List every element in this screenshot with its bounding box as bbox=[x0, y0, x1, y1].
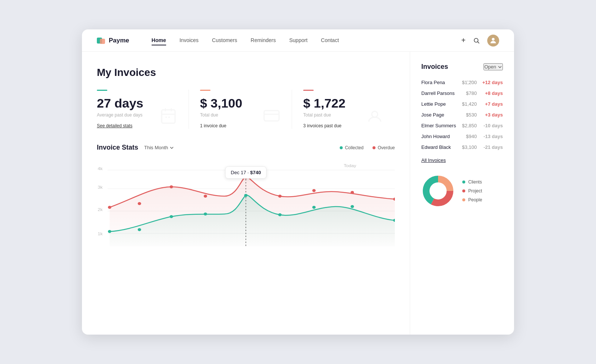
nav-support[interactable]: Support bbox=[289, 36, 307, 45]
stat-card-due: $ 3,100 Total due 1 invoice due bbox=[200, 90, 292, 129]
svg-point-38 bbox=[278, 213, 282, 216]
legend-overdue: Overdue bbox=[372, 145, 395, 150]
svg-text:2k: 2k bbox=[98, 207, 102, 212]
invoice-amount: $1,420 bbox=[458, 101, 477, 107]
chart-area: Dec 17 · $740 4k 3k 2k 1k Today bbox=[97, 159, 395, 248]
stat-icon-days bbox=[159, 107, 177, 129]
invoice-amount: $2,850 bbox=[458, 123, 477, 128]
invoice-amount: $780 bbox=[458, 90, 477, 96]
table-row: John Howard $940 -13 days bbox=[421, 134, 503, 139]
nav-reminders[interactable]: Reminders bbox=[251, 36, 276, 45]
all-invoices-link[interactable]: All Invoices bbox=[421, 157, 503, 163]
tooltip-date: Dec 17 bbox=[231, 170, 246, 175]
project-label: Project bbox=[468, 188, 482, 194]
page-title: My Invoices bbox=[97, 67, 395, 79]
svg-point-25 bbox=[138, 202, 141, 205]
logo-text: Payme bbox=[109, 37, 129, 44]
svg-point-39 bbox=[312, 206, 316, 209]
table-row: Elmer Summers $2,850 -10 days bbox=[421, 123, 503, 128]
invoice-amount: $530 bbox=[458, 112, 477, 118]
donut-chart bbox=[421, 174, 455, 208]
invoice-days: +12 days bbox=[477, 80, 503, 85]
people-label: People bbox=[468, 197, 482, 202]
svg-text:4k: 4k bbox=[98, 166, 102, 171]
logo: Payme bbox=[97, 37, 129, 44]
svg-point-46 bbox=[430, 183, 446, 199]
invoice-days: +7 days bbox=[477, 101, 503, 107]
svg-text:1k: 1k bbox=[98, 232, 102, 236]
tooltip-value: $740 bbox=[250, 170, 261, 175]
people-dot bbox=[462, 198, 465, 201]
svg-rect-11 bbox=[264, 111, 279, 121]
nav-contact[interactable]: Contact bbox=[321, 36, 339, 45]
project-dot bbox=[462, 189, 465, 192]
nav-customers[interactable]: Customers bbox=[212, 36, 237, 45]
invoice-days: -21 days bbox=[477, 144, 503, 150]
invoice-days: +8 days bbox=[477, 90, 503, 96]
stat-icon-due bbox=[263, 107, 280, 129]
svg-point-34 bbox=[138, 228, 141, 231]
panel-title: Invoices bbox=[421, 63, 448, 71]
search-button[interactable] bbox=[473, 37, 480, 44]
add-button[interactable]: + bbox=[461, 36, 466, 45]
svg-rect-5 bbox=[162, 110, 175, 123]
invoice-name: Jose Page bbox=[421, 112, 458, 118]
svg-point-26 bbox=[169, 185, 173, 188]
invoice-name: Flora Pena bbox=[421, 80, 458, 85]
invoice-name: Edward Black bbox=[421, 144, 458, 150]
left-panel: My Invoices 27 days Average past due day… bbox=[82, 52, 410, 335]
stat-sub-due[interactable]: 1 invoice due bbox=[200, 123, 226, 128]
navbar: Payme Home Invoices Customers Reminders … bbox=[82, 29, 514, 52]
clients-label: Clients bbox=[468, 179, 482, 185]
clients-dot bbox=[462, 181, 465, 183]
chevron-down-icon bbox=[169, 146, 174, 150]
stat-accent-1 bbox=[97, 90, 107, 91]
table-row: Edward Black $3,100 -21 days bbox=[421, 144, 503, 150]
svg-rect-1 bbox=[100, 39, 105, 44]
user-avatar[interactable] bbox=[487, 35, 499, 47]
invoice-amount: $3,100 bbox=[458, 144, 477, 150]
invoice-days: +3 days bbox=[477, 112, 503, 118]
table-row: Darrell Parsons $780 +8 days bbox=[421, 90, 503, 96]
chart-tooltip: Dec 17 · $740 bbox=[225, 166, 267, 179]
chart-filter-label: This Month bbox=[144, 145, 168, 150]
stat-sub-pastdue[interactable]: 3 invoices past due bbox=[303, 123, 342, 128]
stat-icon-pastdue bbox=[366, 107, 384, 129]
nav-home[interactable]: Home bbox=[152, 36, 166, 45]
donut-legend: Clients Project People bbox=[462, 179, 482, 202]
invoice-list: Flora Pena $1,200 +12 days Darrell Parso… bbox=[421, 80, 503, 150]
invoices-filter-label: Open bbox=[484, 64, 496, 70]
collected-label: Collected bbox=[345, 145, 364, 150]
logo-icon bbox=[97, 37, 106, 44]
stat-link-days[interactable]: See detailed stats bbox=[97, 123, 132, 128]
svg-point-33 bbox=[108, 230, 111, 233]
panel-header: Invoices Open bbox=[421, 63, 503, 71]
svg-point-35 bbox=[169, 215, 173, 218]
chart-filter-dropdown[interactable]: This Month bbox=[144, 145, 174, 150]
svg-line-3 bbox=[478, 42, 479, 43]
svg-point-37 bbox=[244, 194, 247, 197]
invoice-name: Lettie Pope bbox=[421, 101, 458, 107]
legend-collected: Collected bbox=[340, 145, 364, 150]
svg-point-27 bbox=[204, 195, 207, 198]
chart-header: Invoice Stats This Month Collected Overd… bbox=[97, 144, 395, 151]
more-options-button[interactable]: ··· bbox=[467, 76, 473, 85]
legend-project: Project bbox=[462, 188, 482, 194]
svg-point-31 bbox=[351, 191, 354, 194]
svg-text:Today: Today bbox=[344, 163, 356, 168]
svg-point-40 bbox=[351, 205, 354, 208]
right-panel: Invoices Open Flora Pena $1,200 +12 days… bbox=[410, 52, 514, 335]
nav-invoices[interactable]: Invoices bbox=[180, 36, 199, 45]
svg-point-13 bbox=[372, 111, 378, 117]
stat-accent-3 bbox=[303, 90, 314, 91]
invoice-name: John Howard bbox=[421, 134, 458, 139]
nav-links: Home Invoices Customers Reminders Suppor… bbox=[152, 36, 461, 45]
invoice-amount: $940 bbox=[458, 134, 477, 139]
svg-point-24 bbox=[108, 206, 111, 209]
overdue-label: Overdue bbox=[378, 145, 395, 150]
svg-point-36 bbox=[204, 213, 207, 215]
invoices-filter-dropdown[interactable]: Open bbox=[484, 63, 503, 70]
stat-accent-2 bbox=[200, 90, 210, 91]
collected-dot bbox=[340, 146, 343, 149]
svg-point-2 bbox=[474, 38, 478, 42]
